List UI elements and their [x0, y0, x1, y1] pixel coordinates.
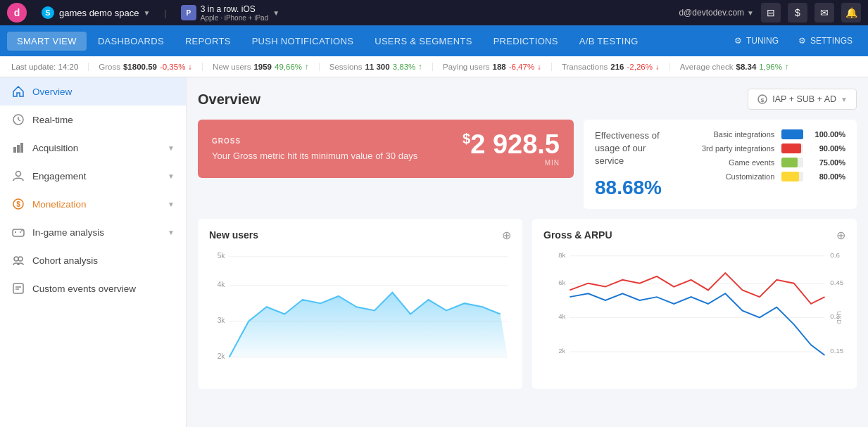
- nav-reports[interactable]: REPORTS: [175, 32, 241, 51]
- svg-text:2k: 2k: [218, 352, 226, 359]
- svg-text:S: S: [45, 8, 50, 17]
- chat-button[interactable]: ✉: [814, 3, 834, 23]
- sidebar-label-engagement: Engagement: [32, 171, 161, 181]
- effectiveness-left: Effectiveness of usage of our service 88…: [595, 129, 676, 199]
- clock-icon: [11, 113, 25, 127]
- tuning-button[interactable]: ⚙ TUNING: [726, 32, 787, 50]
- gross-arpu-chart-header: Gross & ARPU ⊕: [543, 229, 845, 242]
- svg-rect-7: [20, 143, 23, 153]
- dollar-sign: $: [463, 131, 470, 146]
- svg-text:5k: 5k: [218, 251, 226, 259]
- status-paying-users: Paying users 188 -6,47% ↓: [433, 63, 552, 71]
- sidebar-item-acquisition[interactable]: Acquisition ▼: [0, 134, 186, 162]
- sidebar-label-custom-events: Custom events overview: [32, 283, 175, 294]
- app-switcher[interactable]: S games demo space ▼: [35, 3, 156, 23]
- top-bar-right: d@devtodev.com ▼ ⊟ $ ✉ 🔔: [679, 3, 861, 23]
- sidebar-item-overview[interactable]: Overview: [0, 77, 186, 106]
- status-transactions: Transactions 216 -2,26% ↓: [552, 63, 670, 71]
- help-button[interactable]: ⊟: [761, 3, 781, 23]
- svg-line-4: [18, 120, 20, 121]
- sidebar-item-monetization[interactable]: $ Monetization ▼: [0, 190, 186, 218]
- product-info: 3 in a row. iOS Apple · iPhone + iPad: [201, 4, 268, 22]
- nav-predictions[interactable]: PREDICTIONS: [484, 32, 568, 51]
- settings-button[interactable]: ⚙ SETTINGS: [790, 32, 861, 50]
- nav-ab-testing[interactable]: A/B TESTING: [570, 32, 648, 51]
- content-area: Overview $ IAP + SUB + AD ▼ GROSS Your G…: [187, 77, 868, 427]
- gross-arpu-svg: 8k 6k 4k 2k 0.6 0.45 0.3 0.15 USD: [543, 249, 845, 379]
- app-chevron: ▼: [143, 9, 150, 17]
- effectiveness-content: Effectiveness of usage of our service 88…: [595, 129, 845, 199]
- eff-pct-customization: 80.00%: [810, 172, 845, 181]
- monetization-chevron: ▼: [168, 200, 175, 208]
- eff-bar-customization: [781, 172, 799, 181]
- status-gross: Gross $1800.59 -0,35% ↓: [89, 63, 203, 71]
- notifications-button[interactable]: 🔔: [841, 3, 861, 23]
- user-icon: [11, 169, 25, 183]
- product-switcher[interactable]: P 3 in a row. iOS Apple · iPhone + iPad …: [175, 1, 285, 25]
- effectiveness-panel: Effectiveness of usage of our service 88…: [584, 120, 857, 209]
- email-chevron: ▼: [747, 9, 754, 17]
- nav-smart-view[interactable]: SMART VIEW: [7, 32, 87, 51]
- cohort-icon: [11, 253, 25, 267]
- alert-value: $2 928.5: [463, 131, 560, 158]
- effectiveness-title: Effectiveness of usage of our service: [595, 129, 676, 168]
- sidebar-item-ingame[interactable]: In-game analysis ▼: [0, 218, 186, 246]
- eff-bar-game-events: [781, 158, 798, 167]
- billing-button[interactable]: $: [788, 3, 807, 23]
- gross-arpu-chart-panel: Gross & ARPU ⊕ 8k 6k 4k 2k 0.6 0.45 0.3: [532, 219, 857, 389]
- alert-tag: GROSS: [212, 137, 463, 145]
- alert-label: MIN: [463, 159, 560, 167]
- eff-row-game-events: Game events 75.00%: [683, 158, 845, 167]
- sidebar-label-ingame: In-game analysis: [32, 227, 161, 238]
- svg-point-16: [14, 257, 18, 261]
- user-email[interactable]: d@devtodev.com ▼: [679, 8, 754, 18]
- status-bar: Last update: 14:20 Gross $1800.59 -0,35%…: [0, 56, 868, 77]
- new-users-chart-panel: New users ⊕ 5k 4k 3k 2k: [198, 219, 522, 389]
- nav-bar: SMART VIEW DASHBOARDS REPORTS PUSH NOTIF…: [0, 25, 868, 56]
- top-bar: d S games demo space ▼ | P 3 in a row. i…: [0, 0, 868, 25]
- new-users-zoom-button[interactable]: ⊕: [502, 229, 511, 242]
- svg-text:$: $: [761, 97, 765, 103]
- sidebar-item-engagement[interactable]: Engagement ▼: [0, 162, 186, 190]
- svg-text:2k: 2k: [558, 347, 565, 355]
- sidebar-item-cohort[interactable]: Cohort analysis: [0, 246, 186, 274]
- sidebar-item-custom-events[interactable]: Custom events overview: [0, 274, 186, 302]
- settings-icon: ⚙: [798, 36, 806, 46]
- eff-pct-game-events: 75.00%: [810, 158, 845, 167]
- page-title: Overview: [198, 91, 260, 108]
- eff-label-basic: Basic integrations: [683, 130, 774, 139]
- svg-rect-5: [13, 147, 16, 153]
- nav-push-notifications[interactable]: PUSH NOTIFICATIONS: [242, 32, 364, 51]
- eff-bar-game-events-container: [781, 158, 803, 167]
- svg-point-14: [20, 231, 21, 233]
- sidebar: Overview Real-time Acquisition ▼ Engagem…: [0, 77, 187, 427]
- eff-bar-basic: [781, 129, 803, 139]
- barchart-icon: [11, 141, 25, 155]
- eff-bar-basic-container: [781, 129, 803, 139]
- acquisition-chevron: ▼: [168, 144, 175, 152]
- home-icon: [11, 84, 25, 98]
- sidebar-item-realtime[interactable]: Real-time: [0, 106, 186, 134]
- product-chevron: ▼: [272, 9, 279, 17]
- svg-text:8k: 8k: [558, 250, 565, 258]
- new-users-title: New users: [209, 229, 258, 241]
- new-users-chart-area: 5k 4k 3k 2k: [209, 249, 511, 379]
- product-icon: P: [181, 5, 196, 20]
- sidebar-label-overview: Overview: [32, 87, 175, 97]
- status-sessions: Sessions 11 300 3,83% ↑: [320, 63, 433, 71]
- last-update: Last update: 14:20: [11, 63, 89, 71]
- svg-text:4k: 4k: [218, 280, 226, 288]
- eff-row-basic: Basic integrations 100.00%: [683, 129, 845, 139]
- svg-text:6k: 6k: [558, 278, 565, 286]
- nav-dashboards[interactable]: DASHBOARDS: [88, 32, 174, 51]
- filter-button[interactable]: $ IAP + SUB + AD ▼: [748, 89, 857, 110]
- gross-arpu-zoom-button[interactable]: ⊕: [836, 229, 845, 242]
- effectiveness-bars: Basic integrations 100.00% 3rd party int…: [683, 129, 845, 186]
- alert-left: GROSS Your Gross metric hit its minimum …: [212, 137, 463, 161]
- eff-bar-customization-container: [781, 172, 803, 181]
- dollar-icon: $: [11, 197, 25, 211]
- alert-description: Your Gross metric hit its minimum value …: [212, 151, 463, 161]
- svg-point-8: [16, 172, 21, 177]
- eff-label-game-events: Game events: [683, 158, 774, 167]
- nav-users-segments[interactable]: USERS & SEGMENTS: [365, 32, 482, 51]
